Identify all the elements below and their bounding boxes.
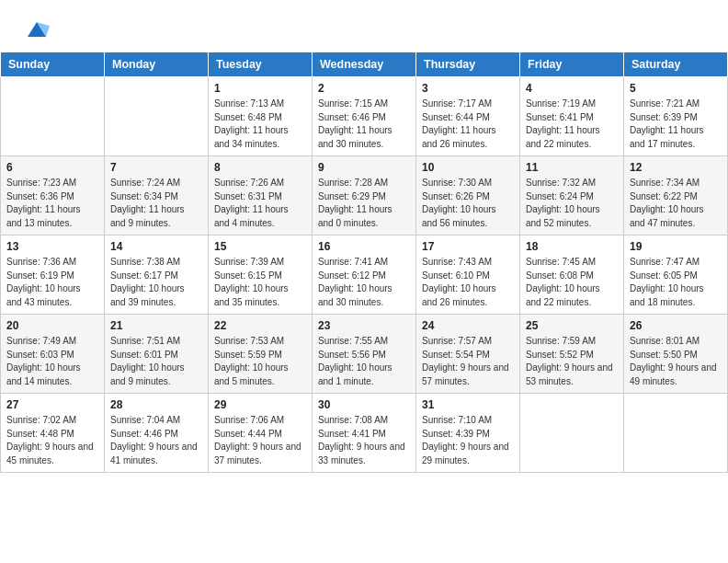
day-info: Sunrise: 7:39 AMSunset: 6:15 PMDaylight:… (214, 256, 306, 309)
day-number: 19 (630, 240, 722, 253)
day-info: Sunrise: 7:17 AMSunset: 6:44 PMDaylight:… (422, 98, 514, 151)
day-number: 22 (214, 319, 306, 332)
calendar: SundayMondayTuesdayWednesdayThursdayFrid… (0, 52, 728, 473)
calendar-cell: 18Sunrise: 7:45 AMSunset: 6:08 PMDayligh… (520, 236, 624, 315)
calendar-cell: 10Sunrise: 7:30 AMSunset: 6:26 PMDayligh… (416, 156, 520, 236)
logo-icon (24, 17, 50, 42)
calendar-cell (1, 77, 105, 156)
calendar-cell: 21Sunrise: 7:51 AMSunset: 6:01 PMDayligh… (105, 315, 209, 394)
day-info: Sunrise: 7:04 AMSunset: 4:46 PMDaylight:… (110, 414, 202, 467)
day-info: Sunrise: 7:36 AMSunset: 6:19 PMDaylight:… (6, 256, 98, 309)
calendar-cell (520, 394, 624, 473)
calendar-cell: 30Sunrise: 7:08 AMSunset: 4:41 PMDayligh… (313, 394, 416, 473)
day-number: 11 (526, 161, 618, 174)
calendar-cell: 26Sunrise: 8:01 AMSunset: 5:50 PMDayligh… (624, 315, 728, 394)
day-number: 3 (422, 82, 514, 95)
calendar-cell: 2Sunrise: 7:15 AMSunset: 6:46 PMDaylight… (313, 77, 416, 156)
calendar-cell: 27Sunrise: 7:02 AMSunset: 4:48 PMDayligh… (1, 394, 105, 473)
day-number: 16 (318, 240, 410, 253)
day-number: 15 (214, 240, 306, 253)
weekday-header-row: SundayMondayTuesdayWednesdayThursdayFrid… (1, 52, 728, 77)
day-number: 1 (214, 82, 306, 95)
calendar-cell: 12Sunrise: 7:34 AMSunset: 6:22 PMDayligh… (624, 156, 728, 236)
day-info: Sunrise: 7:41 AMSunset: 6:12 PMDaylight:… (318, 256, 410, 309)
day-info: Sunrise: 7:10 AMSunset: 4:39 PMDaylight:… (422, 414, 514, 467)
day-number: 10 (422, 161, 514, 174)
day-info: Sunrise: 7:26 AMSunset: 6:31 PMDaylight:… (214, 177, 306, 230)
calendar-cell: 22Sunrise: 7:53 AMSunset: 5:59 PMDayligh… (209, 315, 313, 394)
calendar-week-row: 6Sunrise: 7:23 AMSunset: 6:36 PMDaylight… (1, 156, 728, 236)
day-number: 20 (6, 319, 98, 332)
calendar-week-row: 1Sunrise: 7:13 AMSunset: 6:48 PMDaylight… (1, 77, 728, 156)
day-info: Sunrise: 7:45 AMSunset: 6:08 PMDaylight:… (526, 256, 618, 309)
calendar-cell: 16Sunrise: 7:41 AMSunset: 6:12 PMDayligh… (313, 236, 416, 315)
calendar-cell: 17Sunrise: 7:43 AMSunset: 6:10 PMDayligh… (416, 236, 520, 315)
page: SundayMondayTuesdayWednesdayThursdayFrid… (0, 0, 728, 563)
day-number: 27 (6, 398, 98, 411)
day-number: 8 (214, 161, 306, 174)
calendar-cell: 7Sunrise: 7:24 AMSunset: 6:34 PMDaylight… (105, 156, 209, 236)
day-info: Sunrise: 7:15 AMSunset: 6:46 PMDaylight:… (318, 98, 410, 151)
weekday-header: Thursday (416, 52, 520, 77)
day-number: 9 (318, 161, 410, 174)
calendar-cell: 20Sunrise: 7:49 AMSunset: 6:03 PMDayligh… (1, 315, 105, 394)
calendar-cell: 29Sunrise: 7:06 AMSunset: 4:44 PMDayligh… (209, 394, 313, 473)
calendar-cell: 23Sunrise: 7:55 AMSunset: 5:56 PMDayligh… (313, 315, 416, 394)
day-info: Sunrise: 7:32 AMSunset: 6:24 PMDaylight:… (526, 177, 618, 230)
weekday-header: Wednesday (313, 52, 416, 77)
calendar-cell: 13Sunrise: 7:36 AMSunset: 6:19 PMDayligh… (1, 236, 105, 315)
calendar-cell: 24Sunrise: 7:57 AMSunset: 5:54 PMDayligh… (416, 315, 520, 394)
calendar-cell: 14Sunrise: 7:38 AMSunset: 6:17 PMDayligh… (105, 236, 209, 315)
day-info: Sunrise: 7:43 AMSunset: 6:10 PMDaylight:… (422, 256, 514, 309)
day-info: Sunrise: 7:23 AMSunset: 6:36 PMDaylight:… (6, 177, 98, 230)
calendar-cell: 5Sunrise: 7:21 AMSunset: 6:39 PMDaylight… (624, 77, 728, 156)
day-info: Sunrise: 7:24 AMSunset: 6:34 PMDaylight:… (110, 177, 202, 230)
day-number: 31 (422, 398, 514, 411)
day-number: 5 (630, 82, 722, 95)
day-info: Sunrise: 7:21 AMSunset: 6:39 PMDaylight:… (630, 98, 722, 151)
day-info: Sunrise: 7:49 AMSunset: 6:03 PMDaylight:… (6, 335, 98, 388)
day-info: Sunrise: 7:30 AMSunset: 6:26 PMDaylight:… (422, 177, 514, 230)
calendar-cell: 3Sunrise: 7:17 AMSunset: 6:44 PMDaylight… (416, 77, 520, 156)
day-info: Sunrise: 7:38 AMSunset: 6:17 PMDaylight:… (110, 256, 202, 309)
day-number: 26 (630, 319, 722, 332)
day-number: 7 (110, 161, 202, 174)
day-info: Sunrise: 7:59 AMSunset: 5:52 PMDaylight:… (526, 335, 618, 388)
weekday-header: Sunday (1, 52, 105, 77)
day-info: Sunrise: 7:08 AMSunset: 4:41 PMDaylight:… (318, 414, 410, 467)
day-info: Sunrise: 7:13 AMSunset: 6:48 PMDaylight:… (214, 98, 306, 151)
day-number: 30 (318, 398, 410, 411)
calendar-week-row: 27Sunrise: 7:02 AMSunset: 4:48 PMDayligh… (1, 394, 728, 473)
day-number: 28 (110, 398, 202, 411)
day-number: 4 (526, 82, 618, 95)
day-info: Sunrise: 7:28 AMSunset: 6:29 PMDaylight:… (318, 177, 410, 230)
day-number: 21 (110, 319, 202, 332)
day-number: 17 (422, 240, 514, 253)
day-number: 14 (110, 240, 202, 253)
calendar-cell: 28Sunrise: 7:04 AMSunset: 4:46 PMDayligh… (105, 394, 209, 473)
day-info: Sunrise: 7:53 AMSunset: 5:59 PMDaylight:… (214, 335, 306, 388)
calendar-cell: 4Sunrise: 7:19 AMSunset: 6:41 PMDaylight… (520, 77, 624, 156)
calendar-cell: 15Sunrise: 7:39 AMSunset: 6:15 PMDayligh… (209, 236, 313, 315)
calendar-cell: 19Sunrise: 7:47 AMSunset: 6:05 PMDayligh… (624, 236, 728, 315)
day-info: Sunrise: 7:19 AMSunset: 6:41 PMDaylight:… (526, 98, 618, 151)
day-number: 12 (630, 161, 722, 174)
weekday-header: Monday (105, 52, 209, 77)
logo (22, 17, 50, 42)
day-info: Sunrise: 7:06 AMSunset: 4:44 PMDaylight:… (214, 414, 306, 467)
day-info: Sunrise: 7:47 AMSunset: 6:05 PMDaylight:… (630, 256, 722, 309)
day-number: 2 (318, 82, 410, 95)
calendar-cell: 1Sunrise: 7:13 AMSunset: 6:48 PMDaylight… (209, 77, 313, 156)
day-info: Sunrise: 7:55 AMSunset: 5:56 PMDaylight:… (318, 335, 410, 388)
day-number: 18 (526, 240, 618, 253)
header (0, 0, 728, 52)
weekday-header: Saturday (624, 52, 728, 77)
day-info: Sunrise: 7:02 AMSunset: 4:48 PMDaylight:… (6, 414, 98, 467)
day-info: Sunrise: 8:01 AMSunset: 5:50 PMDaylight:… (630, 335, 722, 388)
weekday-header: Tuesday (209, 52, 313, 77)
calendar-cell (105, 77, 209, 156)
day-number: 25 (526, 319, 618, 332)
calendar-week-row: 20Sunrise: 7:49 AMSunset: 6:03 PMDayligh… (1, 315, 728, 394)
calendar-cell: 31Sunrise: 7:10 AMSunset: 4:39 PMDayligh… (416, 394, 520, 473)
day-number: 13 (6, 240, 98, 253)
